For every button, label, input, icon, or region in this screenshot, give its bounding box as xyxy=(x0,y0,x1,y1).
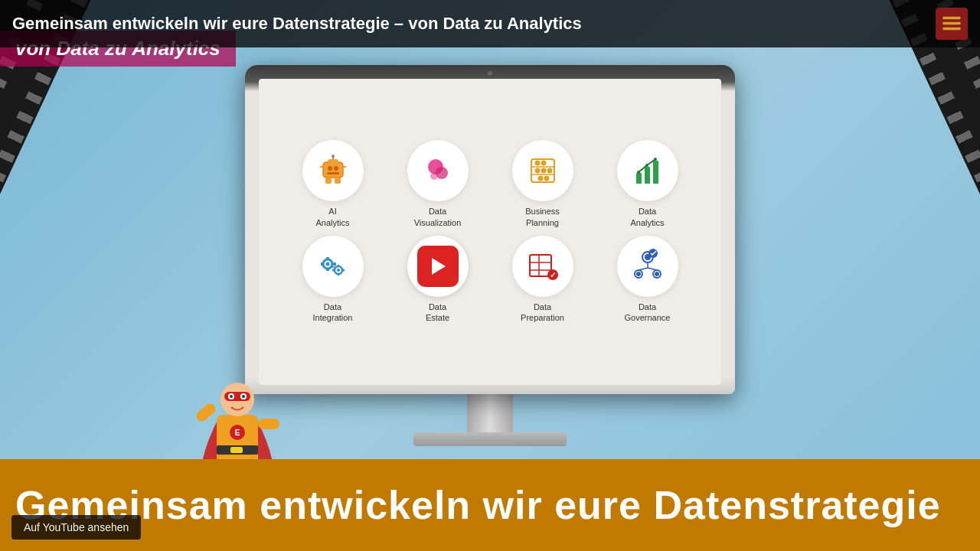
svg-point-40 xyxy=(337,269,340,272)
svg-rect-2 xyxy=(942,28,960,31)
ai-analytics-label: AIAnalytics xyxy=(315,206,349,228)
brand-logo-icon xyxy=(941,13,962,34)
youtube-button[interactable]: Auf YouTube ansehen xyxy=(11,515,141,540)
icon-data-analytics[interactable]: DataAnalytics xyxy=(598,140,697,228)
svg-rect-35 xyxy=(326,257,329,260)
table-edit-icon: ✓ xyxy=(524,247,562,285)
svg-point-34 xyxy=(325,262,329,266)
robot-icon xyxy=(314,152,352,190)
svg-rect-13 xyxy=(335,178,341,184)
org-chart-icon xyxy=(629,247,667,285)
chart-scatter-icon xyxy=(419,152,457,190)
youtube-button-label: Auf YouTube ansehen xyxy=(24,521,129,533)
svg-point-5 xyxy=(328,166,332,171)
svg-rect-38 xyxy=(333,262,336,266)
svg-rect-64 xyxy=(230,447,243,453)
svg-point-23 xyxy=(541,168,546,174)
monitor-container: AIAnalytics DataVis xyxy=(245,65,735,446)
monitor-stand-neck xyxy=(467,394,513,432)
data-governance-label: DataGovernance xyxy=(625,302,671,324)
svg-point-25 xyxy=(537,176,543,181)
svg-rect-43 xyxy=(332,269,335,272)
svg-point-16 xyxy=(430,172,438,180)
top-bar: Gemeinsam entwickeln wir eure Datenstrat… xyxy=(0,0,980,47)
svg-point-30 xyxy=(637,171,640,174)
play-button-overlay[interactable] xyxy=(407,236,469,297)
data-governance-icon-circle xyxy=(617,236,678,297)
data-analytics-icon-circle xyxy=(617,140,678,201)
brand-icon xyxy=(936,8,968,40)
svg-rect-1 xyxy=(942,22,960,25)
bottom-text: Gemeinsam entwickeln wir eure Datenstrat… xyxy=(15,482,941,528)
icon-ai-analytics[interactable]: AIAnalytics xyxy=(283,140,382,228)
svg-point-9 xyxy=(332,155,335,158)
monitor-camera xyxy=(488,71,492,76)
svg-rect-42 xyxy=(337,273,339,276)
data-viz-label: DataVisualization xyxy=(414,206,462,228)
svg-rect-4 xyxy=(328,159,338,164)
monitor-screen: AIAnalytics DataVis xyxy=(259,79,721,385)
icon-data-viz[interactable]: DataVisualization xyxy=(388,140,487,228)
svg-point-55 xyxy=(636,272,641,276)
ai-analytics-icon-circle xyxy=(302,140,364,201)
data-preparation-icon-circle: ✓ xyxy=(512,236,573,297)
svg-point-24 xyxy=(547,168,552,174)
svg-point-57 xyxy=(655,272,659,276)
icon-data-integration[interactable]: DataIntegration xyxy=(283,236,382,324)
svg-rect-44 xyxy=(342,269,345,272)
svg-rect-3 xyxy=(323,162,343,178)
data-analytics-label: DataAnalytics xyxy=(630,206,664,228)
svg-text:E: E xyxy=(235,429,240,437)
play-button-inner[interactable] xyxy=(417,246,459,287)
page-title: Gemeinsam entwickeln wir eure Datenstrat… xyxy=(12,14,936,34)
icon-data-estate[interactable]: DataEstate xyxy=(388,236,487,324)
monitor-frame: AIAnalytics DataVis xyxy=(245,65,735,394)
svg-point-26 xyxy=(544,176,549,181)
data-integration-label: DataIntegration xyxy=(313,302,353,324)
svg-point-21 xyxy=(541,161,546,166)
monitor-stand-base xyxy=(413,432,567,446)
icons-grid: AIAnalytics DataVis xyxy=(283,140,697,323)
data-integration-icon-circle xyxy=(302,236,364,297)
svg-rect-27 xyxy=(636,173,642,184)
svg-rect-37 xyxy=(321,262,324,266)
svg-rect-71 xyxy=(194,402,217,424)
svg-point-32 xyxy=(654,158,657,161)
svg-line-59 xyxy=(639,268,648,270)
business-planning-label: BusinessPlanning xyxy=(525,206,560,228)
abacus-icon xyxy=(524,152,562,190)
gears-icon xyxy=(314,247,352,285)
play-triangle-icon xyxy=(432,258,446,275)
svg-point-22 xyxy=(534,168,540,174)
svg-rect-29 xyxy=(653,161,658,184)
svg-point-70 xyxy=(242,395,245,398)
svg-point-20 xyxy=(534,161,540,166)
svg-point-69 xyxy=(230,395,233,398)
svg-point-6 xyxy=(334,166,338,171)
icon-data-preparation[interactable]: ✓ DataPreparation xyxy=(493,236,592,324)
svg-text:✓: ✓ xyxy=(550,271,556,279)
icon-business-planning[interactable]: BusinessPlanning xyxy=(493,140,592,228)
bottom-bar: Gemeinsam entwickeln wir eure Datenstrat… xyxy=(0,459,980,551)
svg-point-31 xyxy=(645,164,648,167)
svg-rect-7 xyxy=(327,172,339,174)
svg-rect-0 xyxy=(942,17,960,20)
svg-line-60 xyxy=(648,268,657,270)
business-planning-icon-circle xyxy=(512,140,573,201)
svg-rect-36 xyxy=(326,268,329,271)
data-preparation-label: DataPreparation xyxy=(521,302,564,324)
svg-rect-72 xyxy=(258,419,279,429)
bar-chart-icon xyxy=(629,152,667,190)
data-estate-label: DataEstate xyxy=(426,302,449,324)
svg-rect-41 xyxy=(337,265,339,267)
data-viz-icon-circle xyxy=(407,140,469,201)
svg-rect-12 xyxy=(325,178,332,184)
icon-data-governance[interactable]: DataGovernance xyxy=(598,236,697,324)
screen-content: AIAnalytics DataVis xyxy=(259,79,721,385)
svg-rect-28 xyxy=(645,167,650,184)
